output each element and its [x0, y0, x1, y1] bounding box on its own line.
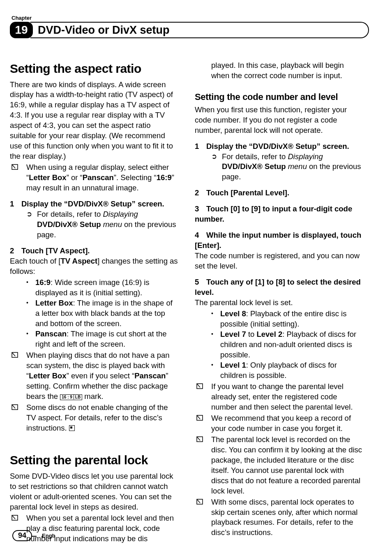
bullet-item: • Level 7 to Level 2: Playback of discs …: [195, 329, 363, 360]
note-item: With some discs, parental lock operates …: [195, 497, 363, 538]
reference-item: ➲ For details, refer to Displaying DVD/D…: [10, 209, 178, 240]
chapter-label: Chapter: [12, 15, 369, 21]
step-heading: 2Touch [TV Aspect].: [10, 246, 178, 256]
chapter-title-frame: DVD-Video or DivX setup: [30, 22, 369, 38]
bullet-text: Letter Box: The image is in the shape of…: [35, 298, 178, 329]
step-heading: 1Display the “DVD/DivX® Setup” screen.: [195, 141, 363, 152]
page-number: 94: [12, 530, 32, 541]
note-icon: [195, 497, 211, 538]
step-heading: 3Touch [0] to [9] to input a four-digit …: [195, 204, 363, 225]
bullet-icon: •: [211, 309, 220, 329]
note-item: The parental lock level is recorded on t…: [195, 435, 363, 496]
body-text: played. In this case, playback will begi…: [195, 60, 363, 81]
body-text: There are two kinds of displays. A wide …: [10, 80, 178, 162]
step-heading: 1Display the “DVD/DivX® Setup” screen.: [10, 199, 178, 209]
note-item: When playing discs that do not have a pa…: [10, 350, 178, 402]
body-text: The code number is registered, and you c…: [195, 251, 363, 271]
left-column: Setting the aspect ratio There are two k…: [10, 60, 178, 544]
note-text: With some discs, parental lock operates …: [211, 497, 363, 538]
note-icon: [195, 413, 211, 434]
bullet-item: • Letter Box: The image is in the shape …: [10, 298, 178, 329]
note-text: Some discs do not enable changing of the…: [26, 403, 178, 433]
section-heading: Setting the aspect ratio: [10, 60, 178, 77]
reference-text: For details, refer to Displaying DVD/Div…: [222, 152, 363, 183]
section-heading: Setting the parental lock: [10, 452, 178, 469]
reference-item: ➲ For details, refer to Displaying DVD/D…: [195, 152, 363, 183]
note-icon: [195, 382, 211, 412]
subsection-heading: Setting the code number and level: [195, 91, 363, 103]
step-heading: 5Touch any of [1] to [8] to select the d…: [195, 277, 363, 298]
body-text: Each touch of [TV Aspect] changes the se…: [10, 256, 178, 277]
reference-icon: ➲: [26, 209, 37, 240]
bullet-item: • Level 8: Playback of the entire disc i…: [195, 309, 363, 329]
chapter-header: 19 DVD-Video or DivX setup: [10, 22, 369, 38]
note-text: If you want to change the parental level…: [211, 382, 363, 412]
reference-text: For details, refer to Displaying DVD/Div…: [37, 209, 178, 240]
bullet-text: Level 7 to Level 2: Playback of discs fo…: [220, 329, 363, 360]
body-text: Some DVD-Video discs let you use parenta…: [10, 471, 178, 512]
bullet-icon: •: [26, 278, 35, 298]
page-footer: 94 Engb: [12, 530, 55, 541]
bullet-item: • Level 1: Only playback of discs for ch…: [195, 360, 363, 381]
language-code: Engb: [42, 533, 55, 539]
body-text: When you first use this function, regist…: [195, 105, 363, 136]
bullet-text: 16:9: Wide screen image (16:9) is displa…: [35, 278, 178, 298]
end-mark-icon: [69, 425, 75, 431]
bullet-icon: •: [211, 360, 220, 381]
note-item: Some discs do not enable changing of the…: [10, 403, 178, 433]
bullet-icon: •: [26, 329, 35, 350]
chapter-title: DVD-Video or DivX setup: [38, 24, 170, 37]
reference-icon: ➲: [211, 152, 222, 183]
chapter-number-badge: 19: [10, 22, 33, 38]
step-heading: 4While the input number is displayed, to…: [195, 230, 363, 251]
note-icon: [10, 403, 26, 433]
note-item: When using a regular display, select eit…: [10, 162, 178, 193]
note-text: The parental lock level is recorded on t…: [211, 435, 363, 496]
note-item: If you want to change the parental level…: [195, 382, 363, 412]
bullet-text: Panscan: The image is cut short at the r…: [35, 329, 178, 350]
note-text: We recommend that you keep a record of y…: [211, 413, 363, 434]
body-text: The parental lock level is set.: [195, 298, 363, 308]
note-text: When playing discs that do not have a pa…: [26, 350, 178, 402]
content-columns: Setting the aspect ratio There are two k…: [10, 60, 369, 544]
bullet-item: • Panscan: The image is cut short at the…: [10, 329, 178, 350]
bullet-icon: •: [211, 329, 220, 360]
bullet-item: • 16:9: Wide screen image (16:9) is disp…: [10, 278, 178, 298]
aspect-mark-icon: 16 : 9LB: [60, 394, 82, 400]
note-icon: [10, 162, 26, 193]
note-item: We recommend that you keep a record of y…: [195, 413, 363, 434]
step-heading: 2Touch [Parental Level].: [195, 188, 363, 198]
bullet-icon: •: [26, 298, 35, 329]
note-text: When using a regular display, select eit…: [26, 162, 178, 193]
bullet-text: Level 8: Playback of the entire disc is …: [220, 309, 363, 329]
note-icon: [195, 435, 211, 496]
bullet-text: Level 1: Only playback of discs for chil…: [220, 360, 363, 381]
page: Chapter 19 DVD-Video or DivX setup Setti…: [0, 0, 392, 556]
right-column: played. In this case, playback will begi…: [195, 60, 363, 544]
note-icon: [10, 350, 26, 402]
